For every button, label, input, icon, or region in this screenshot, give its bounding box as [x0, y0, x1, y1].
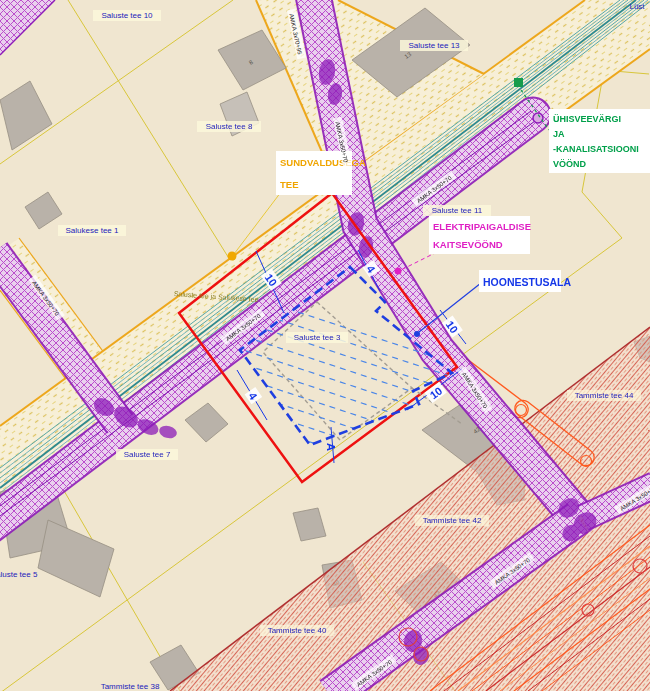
plan-map-svg: 8 13 42 40 42: [0, 0, 650, 691]
parcel-label: Tammiste tee 40: [268, 626, 327, 635]
callout-text: HOONESTUSALA: [483, 276, 572, 288]
parcel-label: Saluste tee 11: [432, 206, 483, 215]
parcel-label: Tammiste tee 44: [575, 391, 634, 400]
parcel-label: Saluste tee 5: [0, 570, 38, 579]
map-canvas[interactable]: 8 13 42 40 42: [0, 0, 650, 691]
callout-text: -KANALISATSIOONI: [553, 144, 639, 154]
callout-uhisveevargi: ÜHISVEEVÄRGI JA -KANALISATSIOONI VÖÖND: [549, 109, 650, 173]
parcel-label: Tammiste tee 42: [423, 516, 482, 525]
parcel-label: Saluste tee 7: [124, 450, 171, 459]
callout-text: VÖÖND: [553, 159, 587, 169]
callout-text: SUNDVALDUSEGA: [280, 157, 366, 168]
parcel-label: Saluste tee 3: [294, 333, 341, 342]
parcel-label: Salukese tee 1: [66, 226, 119, 235]
callout-elektripaigaldise: ELEKTRIPAIGALDISE KAITSEVÖÖND: [429, 216, 531, 254]
callout-text: KAITSEVÖÖND: [433, 239, 503, 250]
callout-text: ELEKTRIPAIGALDISE: [433, 221, 531, 232]
section-marker: A: [325, 443, 337, 451]
callout-text: TEE: [280, 179, 298, 190]
parcel-label: Saluste tee 8: [206, 122, 253, 131]
callout-text: JA: [553, 129, 565, 139]
parcel-label: Saluste tee 10: [101, 11, 153, 20]
parcel-label: Tammiste tee 38: [101, 682, 160, 691]
callout-hoonestusala: HOONESTUSALA: [479, 270, 572, 292]
parcel-label: Saluste tee 13: [408, 41, 460, 50]
callout-text: ÜHISVEEVÄRGI: [553, 114, 621, 124]
parcel-label: Lüst: [629, 2, 645, 11]
